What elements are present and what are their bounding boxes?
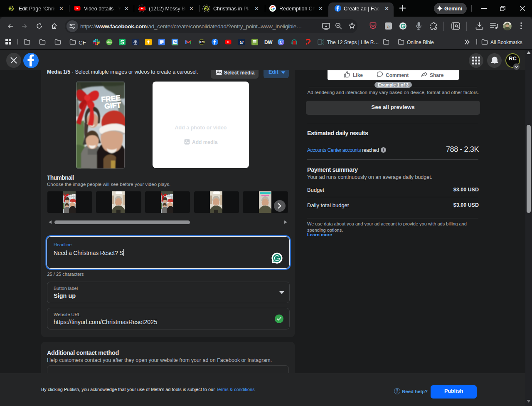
- svg-text:h: h: [387, 24, 390, 29]
- svg-text:GiFT: GiFT: [104, 101, 121, 110]
- svg-text:RC: RC: [9, 7, 14, 10]
- svg-text:RC: RC: [200, 40, 204, 44]
- svg-text:C: C: [280, 40, 283, 45]
- svg-text:24: 24: [173, 41, 177, 44]
- svg-text:UI: UI: [240, 40, 244, 45]
- svg-text:gloo: gloo: [107, 41, 112, 43]
- svg-text:RC: RC: [204, 7, 208, 10]
